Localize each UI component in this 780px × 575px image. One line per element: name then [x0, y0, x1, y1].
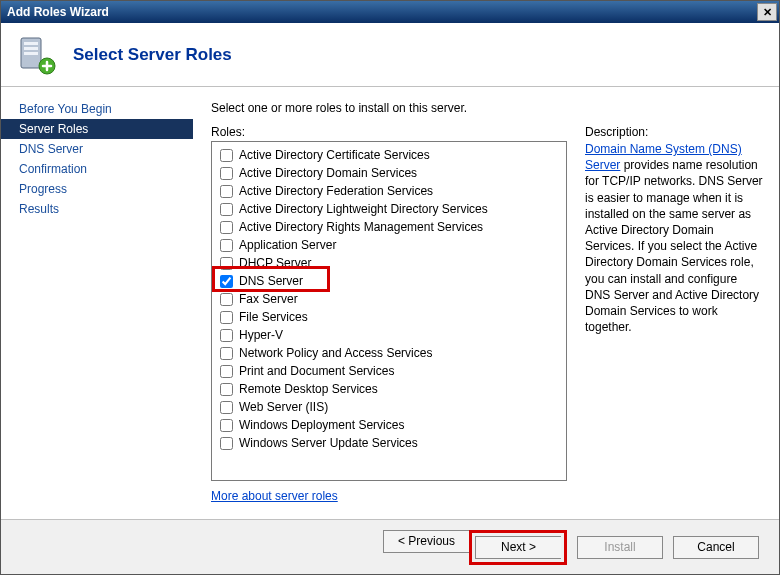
role-label: File Services [239, 310, 308, 324]
role-checkbox[interactable] [220, 275, 233, 288]
role-label: Web Server (IIS) [239, 400, 328, 414]
previous-button[interactable]: < Previous [383, 530, 469, 553]
wizard-header: Select Server Roles [1, 23, 779, 87]
role-label: Active Directory Lightweight Directory S… [239, 202, 488, 216]
wizard-footer: < Previous Next > Install Cancel [1, 519, 779, 574]
role-checkbox[interactable] [220, 419, 233, 432]
close-button[interactable]: ✕ [757, 3, 777, 21]
role-label: Active Directory Certificate Services [239, 148, 430, 162]
role-label: Windows Server Update Services [239, 436, 418, 450]
role-checkbox[interactable] [220, 347, 233, 360]
description-body: provides name resolution for TCP/IP netw… [585, 158, 763, 334]
role-checkbox[interactable] [220, 329, 233, 342]
role-checkbox[interactable] [220, 401, 233, 414]
role-item[interactable]: DNS Server [216, 272, 562, 290]
role-item[interactable]: Active Directory Lightweight Directory S… [216, 200, 562, 218]
role-checkbox[interactable] [220, 365, 233, 378]
role-description: Domain Name System (DNS) Server provides… [585, 141, 763, 335]
role-checkbox[interactable] [220, 203, 233, 216]
install-button: Install [577, 536, 663, 559]
nav-step-server-roles[interactable]: Server Roles [1, 119, 193, 139]
instruction-text: Select one or more roles to install on t… [211, 101, 763, 115]
role-checkbox[interactable] [220, 239, 233, 252]
cancel-button[interactable]: Cancel [673, 536, 759, 559]
role-label: Active Directory Domain Services [239, 166, 417, 180]
role-item[interactable]: Hyper-V [216, 326, 562, 344]
role-item[interactable]: Active Directory Domain Services [216, 164, 562, 182]
wizard-nav-sidebar: Before You BeginServer RolesDNS ServerCo… [1, 87, 193, 519]
role-label: Hyper-V [239, 328, 283, 342]
server-wizard-icon [15, 34, 57, 76]
description-label: Description: [585, 125, 763, 139]
role-label: Application Server [239, 238, 336, 252]
role-label: Remote Desktop Services [239, 382, 378, 396]
role-item[interactable]: Active Directory Rights Management Servi… [216, 218, 562, 236]
role-checkbox[interactable] [220, 149, 233, 162]
role-checkbox[interactable] [220, 185, 233, 198]
role-item[interactable]: Active Directory Federation Services [216, 182, 562, 200]
roles-label: Roles: [211, 125, 567, 139]
role-checkbox[interactable] [220, 383, 233, 396]
nav-step-confirmation[interactable]: Confirmation [1, 159, 193, 179]
role-item[interactable]: Fax Server [216, 290, 562, 308]
role-item[interactable]: Remote Desktop Services [216, 380, 562, 398]
nav-step-dns-server[interactable]: DNS Server [1, 139, 193, 159]
more-about-roles-link[interactable]: More about server roles [211, 489, 338, 503]
role-label: Print and Document Services [239, 364, 394, 378]
role-item[interactable]: Application Server [216, 236, 562, 254]
role-item[interactable]: Windows Deployment Services [216, 416, 562, 434]
nav-step-results[interactable]: Results [1, 199, 193, 219]
role-item[interactable]: Print and Document Services [216, 362, 562, 380]
window-title: Add Roles Wizard [7, 1, 109, 23]
role-item[interactable]: Active Directory Certificate Services [216, 146, 562, 164]
role-item[interactable]: DHCP Server [216, 254, 562, 272]
page-title: Select Server Roles [73, 45, 232, 65]
role-label: DHCP Server [239, 256, 311, 270]
role-label: Active Directory Rights Management Servi… [239, 220, 483, 234]
role-checkbox[interactable] [220, 221, 233, 234]
role-item[interactable]: File Services [216, 308, 562, 326]
roles-listbox[interactable]: Active Directory Certificate ServicesAct… [211, 141, 567, 481]
nav-step-before-you-begin[interactable]: Before You Begin [1, 99, 193, 119]
svg-rect-2 [24, 47, 38, 50]
role-item[interactable]: Windows Server Update Services [216, 434, 562, 452]
next-button-highlight: Next > [469, 530, 567, 565]
role-item[interactable]: Network Policy and Access Services [216, 344, 562, 362]
nav-step-progress[interactable]: Progress [1, 179, 193, 199]
role-label: Fax Server [239, 292, 298, 306]
role-checkbox[interactable] [220, 167, 233, 180]
svg-rect-3 [24, 52, 38, 55]
role-item[interactable]: Web Server (IIS) [216, 398, 562, 416]
role-checkbox[interactable] [220, 257, 233, 270]
role-checkbox[interactable] [220, 311, 233, 324]
role-label: Active Directory Federation Services [239, 184, 433, 198]
role-checkbox[interactable] [220, 437, 233, 450]
role-label: Windows Deployment Services [239, 418, 404, 432]
next-button[interactable]: Next > [475, 536, 561, 559]
role-label: DNS Server [239, 274, 303, 288]
svg-rect-1 [24, 42, 38, 45]
role-checkbox[interactable] [220, 293, 233, 306]
role-label: Network Policy and Access Services [239, 346, 432, 360]
titlebar: Add Roles Wizard ✕ [1, 1, 779, 23]
